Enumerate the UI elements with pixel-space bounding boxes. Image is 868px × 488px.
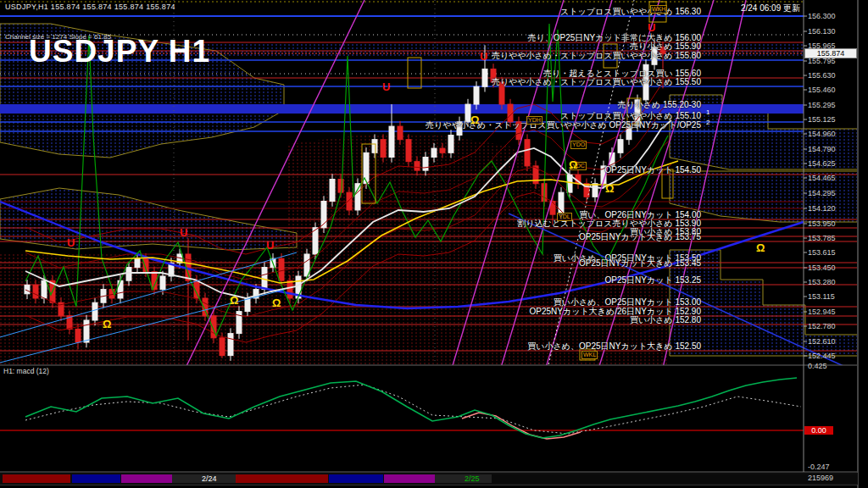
line-number-label: 2 [706, 119, 709, 126]
timeline-date-label: 2/25 [465, 474, 480, 483]
order-annotation: OP25日NYカット大きめ 153.75 [579, 231, 701, 243]
price-axis-label: 153.785 [808, 234, 836, 242]
price-axis-label: 152.445 [808, 352, 836, 360]
sell-signal-marker: U [648, 22, 655, 33]
price-axis-label: 152.610 [808, 337, 836, 346]
price-axis-label: 152.945 [808, 308, 836, 316]
price-axis-label: 154.625 [808, 159, 836, 168]
buy-signal-marker: Ω [272, 297, 281, 308]
macd-indicator [0, 378, 804, 439]
level-marker-box: YDO [570, 141, 587, 149]
current-price-tag: 155.874 [804, 48, 857, 58]
order-annotation: 売りやや小さめ・ストップロス買いやや小さめ 155.50 [492, 76, 701, 88]
level-marker-box: WKH [650, 5, 667, 14]
sell-signal-marker: U [266, 240, 274, 251]
price-axis-label: 152.780 [808, 322, 836, 330]
buy-signal-marker: Ω [103, 319, 111, 330]
line-number-label: 1 [706, 108, 709, 116]
price-axis-label: 155.295 [808, 101, 836, 109]
price-axis-label: 154.295 [808, 189, 836, 197]
price-axis-label: 156.300 [808, 12, 836, 20]
price-axis-label: 155.630 [808, 71, 836, 80]
level-marker-box: WKL [581, 351, 598, 359]
buy-signal-marker: Ω [569, 159, 577, 170]
order-annotation: 買い小さめ 152.80 [630, 314, 701, 326]
macd-axis-count: 215969 [808, 474, 833, 482]
macd-axis-max: 0.425 [808, 362, 827, 370]
price-axis-label: 153.115 [808, 292, 835, 301]
price-axis-label: 153.280 [808, 278, 836, 286]
sell-signal-marker: U [382, 81, 390, 92]
price-axis-label: 155.125 [808, 115, 836, 124]
order-annotation: 買い小さめ、OP25日NYカット大きめ 152.50 [527, 341, 701, 352]
order-annotation: ストップロス買いやや小さめ 156.30 [560, 6, 701, 18]
order-annotation: OP25日NYカット 153.25 [604, 274, 701, 286]
sell-signal-marker: U [67, 237, 75, 248]
price-axis-label: 153.615 [808, 248, 836, 257]
timeline-date-label: 2/24 [202, 474, 217, 483]
level-marker-box: YDH [526, 116, 542, 125]
sell-signal-marker: U [480, 51, 487, 62]
last-updated-timestamp: 2/24 06:09 更新 [741, 3, 800, 14]
channel-info-text: Channel size = 1274 Slope = 61.85 [5, 33, 111, 41]
buy-signal-marker: Ω [470, 114, 479, 125]
buy-signal-marker: Ω [756, 242, 765, 253]
buy-signal-marker: Ω [605, 183, 614, 194]
buy-signal-marker: Ω [230, 295, 238, 306]
price-chart-canvas[interactable] [0, 0, 868, 488]
macd-indicator-label: H1: macd (12) [3, 367, 49, 375]
price-axis-label: 153.450 [808, 263, 836, 272]
sell-signal-marker: U [180, 227, 187, 238]
mt4-chart-window: USDJPY,H1 155.874 155.874 155.874 155.87… [0, 0, 868, 488]
order-annotation: 売りやや小さめ・ストップロス買いやや小さめ OP25日NYカット/OP25 [426, 119, 701, 131]
price-axis-label: 154.960 [808, 130, 836, 138]
order-annotation: 売り小さめ 155.20-30 [617, 99, 701, 111]
price-axis-label: 156.130 [808, 27, 836, 36]
macd-axis-min: -0.247 [808, 463, 830, 471]
chart-title-ohlc: USDJPY,H1 155.874 155.874 155.874 155.87… [5, 3, 175, 11]
order-annotation: OP25日NYカット 154.50 [604, 164, 701, 176]
macd-zero-tag: 0.00 [804, 426, 833, 435]
price-axis-label: 154.790 [808, 145, 836, 153]
price-axis-label: 153.950 [808, 219, 836, 228]
timeline-bar[interactable] [0, 473, 858, 485]
level-marker-box: YDL [557, 213, 572, 221]
order-annotation: OP25日NYカット大きめ 153.45 [579, 258, 701, 269]
price-axis-label: 155.460 [808, 86, 836, 94]
price-axis-label: 154.120 [808, 204, 836, 213]
price-axis-label: 154.465 [808, 174, 836, 182]
order-annotation: 売りやや小さめ・ストップロス買いやや小さめ 155.80 [492, 50, 701, 62]
